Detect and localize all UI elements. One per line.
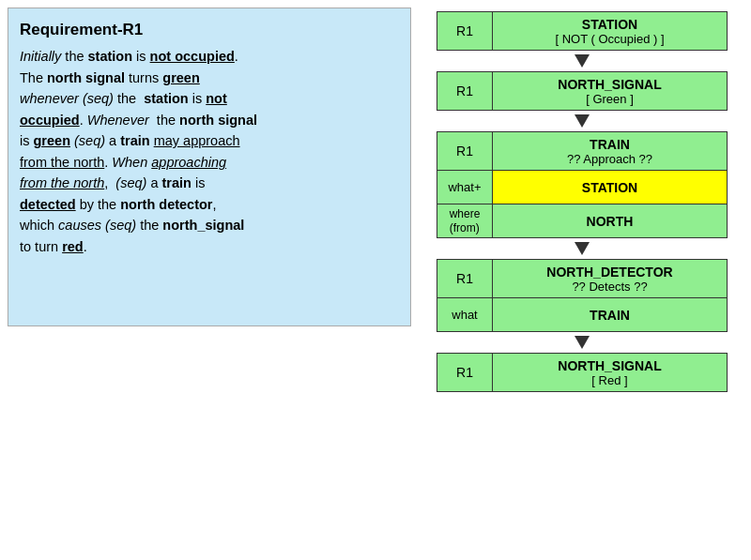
block1: R1 STATION [ NOT ( Occupied ) ] [437,11,728,51]
block3-compound: R1 TRAIN ?? Approach ?? what + STATION w… [437,131,728,238]
block3-where-value: NORTH [493,204,728,238]
block4-what-row: what TRAIN [437,298,728,332]
block2-line1: NORTH_SIGNAL [558,77,661,92]
block3-label: R1 [437,131,493,171]
block3-line1: TRAIN [590,137,630,152]
initially-word: Initially [20,49,61,64]
block1-label: R1 [437,11,493,51]
block3-line2: ?? Approach ?? [567,152,652,166]
arrow4 [437,332,728,353]
block4-label: R1 [437,259,493,298]
block2-line2: [ Green ] [586,92,634,106]
block5-content: NORTH_SIGNAL [ Red ] [493,353,728,392]
block3-what-value: STATION [493,171,728,204]
block3-main: R1 TRAIN ?? Approach ?? [437,131,728,171]
block4-what-label: what [437,298,493,332]
block1-line2: [ NOT ( Occupied ) ] [555,32,664,46]
arrow1 [437,51,728,71]
block4-what-value: TRAIN [493,298,728,332]
block1-content: STATION [ NOT ( Occupied ) ] [493,11,728,51]
block2-content: NORTH_SIGNAL [ Green ] [493,71,728,111]
requirement-panel: Requirement-R1 Initially the station is … [8,8,411,326]
block4-main: R1 NORTH_DETECTOR ?? Detects ?? [437,259,728,298]
block3-where-label: where(from) [437,204,493,238]
block5-line2: [ Red ] [591,373,627,387]
block4-content: NORTH_DETECTOR ?? Detects ?? [493,259,728,298]
block2-label: R1 [437,71,493,111]
block5-line1: NORTH_SIGNAL [558,358,661,373]
requirement-title: Requirement-R1 [20,18,399,42]
block1-line1: STATION [582,17,637,32]
block2: R1 NORTH_SIGNAL [ Green ] [437,71,728,111]
block4-line1: NORTH_DETECTOR [546,265,672,280]
block3-what-label: what + [437,171,493,204]
block5: R1 NORTH_SIGNAL [ Red ] [437,353,728,392]
block4-line2: ?? Detects ?? [572,280,647,294]
block5-label: R1 [437,353,493,392]
flowchart-panel: R1 STATION [ NOT ( Occupied ) ] R1 NORTH… [421,8,743,392]
arrow2 [437,111,728,131]
block3-what-row: what + STATION [437,171,728,204]
block3-content: TRAIN ?? Approach ?? [493,131,728,171]
arrow3 [437,238,728,259]
requirement-text: Initially the station is not occupied. T… [20,46,399,257]
block3-where-row: where(from) NORTH [437,204,728,238]
block4-compound: R1 NORTH_DETECTOR ?? Detects ?? what TRA… [437,259,728,332]
